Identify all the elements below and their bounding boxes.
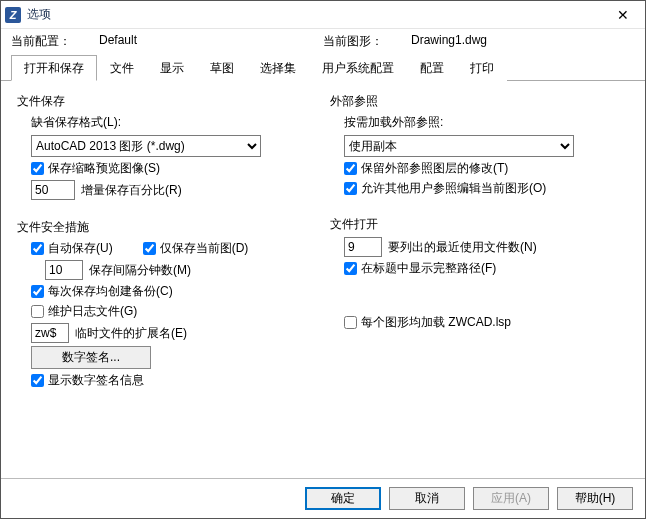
group-file-safety: 文件安全措施 自动保存(U) 仅保存当前图(D) 保存间隔分钟数(M) [15, 217, 318, 398]
profile-row: 当前配置： Default 当前图形： Drawing1.dwg [1, 29, 645, 52]
save-interval-label: 保存间隔分钟数(M) [89, 262, 191, 279]
tab-drafting[interactable]: 草图 [197, 55, 247, 81]
current-drawing-label: 当前图形： [323, 33, 383, 50]
fullpath-checkbox-label: 在标题中显示完整路径(F) [361, 260, 496, 277]
window-title: 选项 [27, 6, 51, 23]
recent-files-label: 要列出的最近使用文件数(N) [388, 239, 537, 256]
group-xref-title: 外部参照 [330, 93, 629, 110]
group-file-open: 文件打开 要列出的最近使用文件数(N) 在标题中显示完整路径(F) [328, 214, 631, 286]
tab-content: 文件保存 缺省保存格式(L): AutoCAD 2013 图形 (*.dwg) … [1, 81, 645, 478]
log-checkbox-label: 维护日志文件(G) [48, 303, 137, 320]
group-xref: 外部参照 按需加载外部参照: 使用副本 保留外部参照图层的修改(T) [328, 91, 631, 206]
autosave-checkbox-label: 自动保存(U) [48, 240, 113, 257]
tab-plot[interactable]: 打印 [457, 55, 507, 81]
dialog-footer: 确定 取消 应用(A) 帮助(H) [1, 478, 645, 518]
temp-ext-input[interactable] [31, 323, 69, 343]
current-profile-value: Default [99, 33, 137, 50]
load-lsp-checkbox[interactable]: 每个图形均加载 ZWCAD.lsp [344, 314, 511, 331]
help-button[interactable]: 帮助(H) [557, 487, 633, 510]
show-digisig-checkbox-input[interactable] [31, 374, 44, 387]
apply-button[interactable]: 应用(A) [473, 487, 549, 510]
cancel-button[interactable]: 取消 [389, 487, 465, 510]
current-only-checkbox-input[interactable] [143, 242, 156, 255]
close-icon[interactable]: ✕ [605, 3, 641, 27]
keep-xref-layers-checkbox-label: 保留外部参照图层的修改(T) [361, 160, 508, 177]
autosave-checkbox[interactable]: 自动保存(U) [31, 240, 113, 257]
show-digisig-checkbox[interactable]: 显示数字签名信息 [31, 372, 144, 389]
autosave-checkbox-input[interactable] [31, 242, 44, 255]
group-file-save-title: 文件保存 [17, 93, 316, 110]
backup-checkbox-label: 每次保存均创建备份(C) [48, 283, 173, 300]
keep-xref-layers-checkbox[interactable]: 保留外部参照图层的修改(T) [344, 160, 508, 177]
group-file-safety-title: 文件安全措施 [17, 219, 316, 236]
xref-load-label: 按需加载外部参照: [330, 114, 629, 131]
current-drawing-value: Drawing1.dwg [411, 33, 487, 50]
recent-files-input[interactable] [344, 237, 382, 257]
group-file-save: 文件保存 缺省保存格式(L): AutoCAD 2013 图形 (*.dwg) … [15, 91, 318, 209]
tab-open-and-save[interactable]: 打开和保存 [11, 55, 97, 81]
group-file-open-title: 文件打开 [330, 216, 629, 233]
right-column: 外部参照 按需加载外部参照: 使用副本 保留外部参照图层的修改(T) [328, 91, 631, 470]
increment-percent-input[interactable] [31, 180, 75, 200]
log-checkbox[interactable]: 维护日志文件(G) [31, 303, 137, 320]
current-profile-label: 当前配置： [11, 33, 71, 50]
default-format-select[interactable]: AutoCAD 2013 图形 (*.dwg) [31, 135, 261, 157]
group-misc: 每个图形均加载 ZWCAD.lsp [328, 294, 631, 340]
save-interval-input[interactable] [45, 260, 83, 280]
xref-load-select[interactable]: 使用副本 [344, 135, 574, 157]
tab-user-preferences[interactable]: 用户系统配置 [309, 55, 407, 81]
app-icon: Z [5, 7, 21, 23]
log-checkbox-input[interactable] [31, 305, 44, 318]
tab-files[interactable]: 文件 [97, 55, 147, 81]
tab-display[interactable]: 显示 [147, 55, 197, 81]
titlebar: Z 选项 ✕ [1, 1, 645, 29]
left-column: 文件保存 缺省保存格式(L): AutoCAD 2013 图形 (*.dwg) … [15, 91, 318, 470]
fullpath-checkbox-input[interactable] [344, 262, 357, 275]
thumbnail-checkbox[interactable]: 保存缩略预览图像(S) [31, 160, 160, 177]
allow-refedit-checkbox[interactable]: 允许其他用户参照编辑当前图形(O) [344, 180, 546, 197]
digital-signature-button[interactable]: 数字签名... [31, 346, 151, 369]
backup-checkbox-input[interactable] [31, 285, 44, 298]
thumbnail-checkbox-label: 保存缩略预览图像(S) [48, 160, 160, 177]
allow-refedit-checkbox-input[interactable] [344, 182, 357, 195]
options-dialog: Z 选项 ✕ 当前配置： Default 当前图形： Drawing1.dwg … [0, 0, 646, 519]
tab-selection[interactable]: 选择集 [247, 55, 309, 81]
current-only-checkbox-label: 仅保存当前图(D) [160, 240, 249, 257]
fullpath-checkbox[interactable]: 在标题中显示完整路径(F) [344, 260, 496, 277]
load-lsp-checkbox-input[interactable] [344, 316, 357, 329]
tab-strip: 打开和保存 文件 显示 草图 选择集 用户系统配置 配置 打印 [1, 54, 645, 81]
ok-button[interactable]: 确定 [305, 487, 381, 510]
tab-profiles[interactable]: 配置 [407, 55, 457, 81]
increment-percent-label: 增量保存百分比(R) [81, 182, 182, 199]
show-digisig-checkbox-label: 显示数字签名信息 [48, 372, 144, 389]
thumbnail-checkbox-input[interactable] [31, 162, 44, 175]
backup-checkbox[interactable]: 每次保存均创建备份(C) [31, 283, 173, 300]
current-only-checkbox[interactable]: 仅保存当前图(D) [143, 240, 249, 257]
keep-xref-layers-checkbox-input[interactable] [344, 162, 357, 175]
allow-refedit-checkbox-label: 允许其他用户参照编辑当前图形(O) [361, 180, 546, 197]
temp-ext-label: 临时文件的扩展名(E) [75, 325, 187, 342]
default-format-label: 缺省保存格式(L): [17, 114, 316, 131]
load-lsp-checkbox-label: 每个图形均加载 ZWCAD.lsp [361, 314, 511, 331]
